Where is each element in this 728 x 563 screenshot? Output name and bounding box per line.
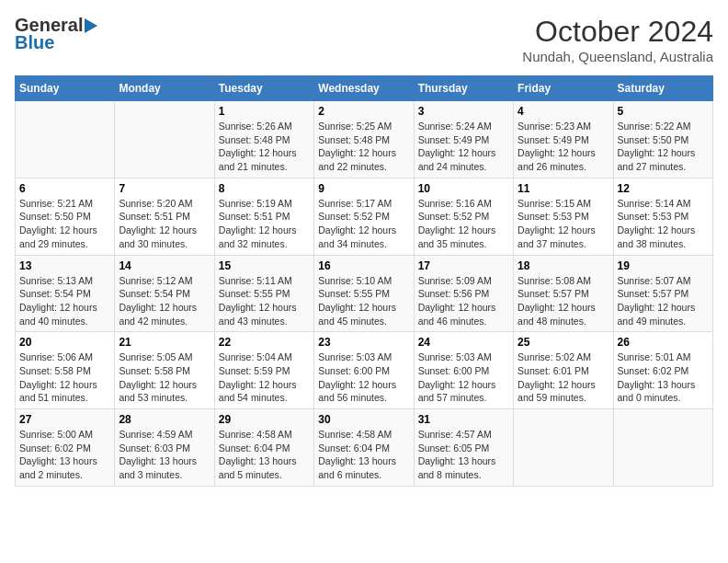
- day-cell: 2Sunrise: 5:25 AM Sunset: 5:48 PM Daylig…: [314, 101, 414, 178]
- day-cell: 26Sunrise: 5:01 AM Sunset: 6:02 PM Dayli…: [613, 332, 712, 409]
- day-cell: 27Sunrise: 5:00 AM Sunset: 6:02 PM Dayli…: [16, 409, 115, 487]
- day-number: 15: [219, 259, 310, 272]
- day-cell: 1Sunrise: 5:26 AM Sunset: 5:48 PM Daylig…: [214, 101, 313, 178]
- day-info: Sunrise: 5:22 AM Sunset: 5:50 PM Dayligh…: [618, 120, 709, 174]
- day-number: 12: [618, 182, 709, 195]
- day-info: Sunrise: 5:10 AM Sunset: 5:55 PM Dayligh…: [318, 274, 409, 328]
- weekday-header-monday: Monday: [115, 76, 214, 101]
- day-info: Sunrise: 5:08 AM Sunset: 5:57 PM Dayligh…: [518, 274, 609, 328]
- day-cell: 21Sunrise: 5:05 AM Sunset: 5:58 PM Dayli…: [115, 332, 214, 409]
- day-info: Sunrise: 5:07 AM Sunset: 5:57 PM Dayligh…: [618, 274, 709, 328]
- weekday-header-thursday: Thursday: [414, 76, 513, 101]
- day-info: Sunrise: 5:17 AM Sunset: 5:52 PM Dayligh…: [318, 197, 409, 251]
- day-info: Sunrise: 5:21 AM Sunset: 5:50 PM Dayligh…: [19, 197, 110, 251]
- day-number: 2: [318, 105, 409, 118]
- day-cell: 18Sunrise: 5:08 AM Sunset: 5:57 PM Dayli…: [514, 255, 613, 332]
- day-cell: 3Sunrise: 5:24 AM Sunset: 5:49 PM Daylig…: [414, 101, 513, 178]
- day-number: 4: [518, 105, 609, 118]
- day-cell: 31Sunrise: 4:57 AM Sunset: 6:05 PM Dayli…: [414, 409, 513, 487]
- day-cell: 20Sunrise: 5:06 AM Sunset: 5:58 PM Dayli…: [16, 332, 115, 409]
- day-cell: 24Sunrise: 5:03 AM Sunset: 6:00 PM Dayli…: [414, 332, 513, 409]
- day-number: 18: [518, 259, 609, 272]
- weekday-header-friday: Friday: [514, 76, 613, 101]
- day-info: Sunrise: 5:04 AM Sunset: 5:59 PM Dayligh…: [219, 350, 310, 405]
- day-number: 13: [19, 259, 110, 272]
- day-info: Sunrise: 5:16 AM Sunset: 5:52 PM Dayligh…: [418, 197, 509, 251]
- title-block: October 2024 Nundah, Queensland, Austral…: [522, 15, 713, 64]
- week-row-4: 20Sunrise: 5:06 AM Sunset: 5:58 PM Dayli…: [16, 332, 713, 409]
- day-info: Sunrise: 5:15 AM Sunset: 5:53 PM Dayligh…: [518, 197, 609, 251]
- day-cell: 16Sunrise: 5:10 AM Sunset: 5:55 PM Dayli…: [314, 255, 414, 332]
- week-row-3: 13Sunrise: 5:13 AM Sunset: 5:54 PM Dayli…: [16, 255, 713, 332]
- day-info: Sunrise: 5:03 AM Sunset: 6:00 PM Dayligh…: [418, 350, 509, 405]
- weekday-header-row: SundayMondayTuesdayWednesdayThursdayFrid…: [16, 76, 713, 101]
- day-cell: 12Sunrise: 5:14 AM Sunset: 5:53 PM Dayli…: [613, 178, 712, 255]
- day-number: 24: [418, 336, 509, 349]
- day-cell: 30Sunrise: 4:58 AM Sunset: 6:04 PM Dayli…: [314, 409, 414, 487]
- day-info: Sunrise: 5:14 AM Sunset: 5:53 PM Dayligh…: [618, 197, 709, 251]
- day-cell: 22Sunrise: 5:04 AM Sunset: 5:59 PM Dayli…: [214, 332, 313, 409]
- month-title: October 2024: [522, 15, 713, 49]
- day-number: 27: [19, 413, 110, 426]
- day-cell: [115, 101, 214, 178]
- day-number: 7: [119, 182, 210, 195]
- day-cell: 25Sunrise: 5:02 AM Sunset: 6:01 PM Dayli…: [514, 332, 613, 409]
- day-cell: 9Sunrise: 5:17 AM Sunset: 5:52 PM Daylig…: [314, 178, 414, 255]
- day-cell: 10Sunrise: 5:16 AM Sunset: 5:52 PM Dayli…: [414, 178, 513, 255]
- day-info: Sunrise: 5:20 AM Sunset: 5:51 PM Dayligh…: [119, 197, 210, 251]
- logo: General Blue: [15, 15, 97, 53]
- day-info: Sunrise: 5:25 AM Sunset: 5:48 PM Dayligh…: [318, 120, 409, 174]
- day-cell: 6Sunrise: 5:21 AM Sunset: 5:50 PM Daylig…: [16, 178, 115, 255]
- day-number: 8: [219, 182, 310, 195]
- day-number: 17: [418, 259, 509, 272]
- day-info: Sunrise: 5:01 AM Sunset: 6:02 PM Dayligh…: [618, 350, 709, 405]
- day-cell: 29Sunrise: 4:58 AM Sunset: 6:04 PM Dayli…: [214, 409, 313, 487]
- day-number: 14: [119, 259, 210, 272]
- day-number: 16: [318, 259, 409, 272]
- day-info: Sunrise: 5:26 AM Sunset: 5:48 PM Dayligh…: [219, 120, 310, 174]
- day-cell: 5Sunrise: 5:22 AM Sunset: 5:50 PM Daylig…: [613, 101, 712, 178]
- day-info: Sunrise: 5:00 AM Sunset: 6:02 PM Dayligh…: [19, 428, 110, 482]
- day-number: 1: [219, 105, 310, 118]
- location-subtitle: Nundah, Queensland, Australia: [522, 49, 713, 64]
- day-cell: 23Sunrise: 5:03 AM Sunset: 6:00 PM Dayli…: [314, 332, 414, 409]
- day-cell: [514, 409, 613, 487]
- day-cell: 11Sunrise: 5:15 AM Sunset: 5:53 PM Dayli…: [514, 178, 613, 255]
- logo-arrow-icon: [85, 18, 97, 33]
- day-info: Sunrise: 5:11 AM Sunset: 5:55 PM Dayligh…: [219, 274, 310, 328]
- day-info: Sunrise: 4:57 AM Sunset: 6:05 PM Dayligh…: [418, 428, 509, 482]
- day-info: Sunrise: 5:09 AM Sunset: 5:56 PM Dayligh…: [418, 274, 509, 328]
- day-cell: 17Sunrise: 5:09 AM Sunset: 5:56 PM Dayli…: [414, 255, 513, 332]
- day-cell: 15Sunrise: 5:11 AM Sunset: 5:55 PM Dayli…: [214, 255, 313, 332]
- week-row-5: 27Sunrise: 5:00 AM Sunset: 6:02 PM Dayli…: [16, 409, 713, 487]
- day-number: 11: [518, 182, 609, 195]
- day-cell: 19Sunrise: 5:07 AM Sunset: 5:57 PM Dayli…: [613, 255, 712, 332]
- day-cell: 13Sunrise: 5:13 AM Sunset: 5:54 PM Dayli…: [16, 255, 115, 332]
- weekday-header-wednesday: Wednesday: [314, 76, 414, 101]
- day-number: 5: [618, 105, 709, 118]
- page-header: General Blue October 2024 Nundah, Queens…: [15, 15, 713, 64]
- day-number: 20: [19, 336, 110, 349]
- day-number: 23: [318, 336, 409, 349]
- day-number: 30: [318, 413, 409, 426]
- day-number: 6: [19, 182, 110, 195]
- day-number: 22: [219, 336, 310, 349]
- weekday-header-sunday: Sunday: [16, 76, 115, 101]
- day-cell: [16, 101, 115, 178]
- day-info: Sunrise: 5:13 AM Sunset: 5:54 PM Dayligh…: [19, 274, 110, 328]
- day-cell: 4Sunrise: 5:23 AM Sunset: 5:49 PM Daylig…: [514, 101, 613, 178]
- day-info: Sunrise: 5:06 AM Sunset: 5:58 PM Dayligh…: [19, 350, 110, 405]
- day-info: Sunrise: 5:19 AM Sunset: 5:51 PM Dayligh…: [219, 197, 310, 251]
- day-number: 31: [418, 413, 509, 426]
- day-cell: 14Sunrise: 5:12 AM Sunset: 5:54 PM Dayli…: [115, 255, 214, 332]
- calendar-table: SundayMondayTuesdayWednesdayThursdayFrid…: [15, 75, 713, 487]
- day-info: Sunrise: 5:05 AM Sunset: 5:58 PM Dayligh…: [119, 350, 210, 405]
- week-row-1: 1Sunrise: 5:26 AM Sunset: 5:48 PM Daylig…: [16, 101, 713, 178]
- day-number: 3: [418, 105, 509, 118]
- day-cell: 7Sunrise: 5:20 AM Sunset: 5:51 PM Daylig…: [115, 178, 214, 255]
- day-cell: 28Sunrise: 4:59 AM Sunset: 6:03 PM Dayli…: [115, 409, 214, 487]
- day-cell: [613, 409, 712, 487]
- day-info: Sunrise: 5:02 AM Sunset: 6:01 PM Dayligh…: [518, 350, 609, 405]
- day-number: 28: [119, 413, 210, 426]
- day-number: 26: [618, 336, 709, 349]
